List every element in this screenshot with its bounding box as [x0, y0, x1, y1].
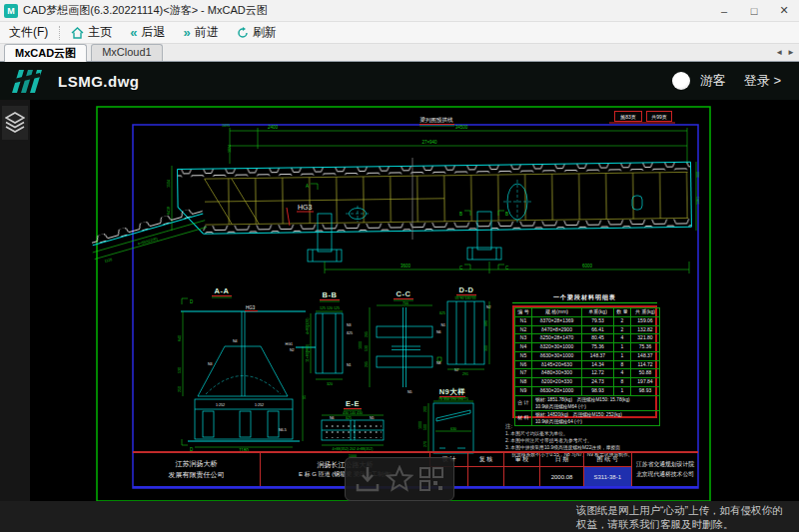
- svg-text:A: A: [306, 184, 309, 189]
- svg-text:291: 291: [462, 372, 468, 376]
- svg-text:95: 95: [303, 395, 307, 399]
- qrcode-button[interactable]: [418, 466, 444, 492]
- svg-text:N6: N6: [330, 416, 335, 420]
- table-row: N2δ470×8×290066.412132.82: [515, 325, 660, 334]
- section-ee: E-E 430 140 430 N6 δ25 N5 4×88(352) 202 …: [322, 399, 384, 458]
- detail-n9: N9大样 75 350 190 190 75 630 200 500 270 1…: [418, 387, 473, 453]
- refresh-label: 刷新: [253, 24, 277, 41]
- note-item: 1. 本图尺寸均以毫米为单位。: [505, 431, 690, 438]
- materials-table-title: 一个梁段材料明细表: [512, 293, 657, 303]
- svg-text:1000: 1000: [359, 341, 363, 349]
- svg-text:A-A: A-A: [215, 286, 230, 295]
- app-header: LSMG.dwg 游客 登录 >: [0, 62, 799, 100]
- svg-text:N6-5: N6-5: [279, 428, 287, 432]
- section-cc: C-C 700 295 530 295 1000 N6 N8 N5: [359, 289, 441, 394]
- svg-text:N6: N6: [436, 330, 441, 334]
- svg-text:1695: 1695: [222, 124, 230, 128]
- svg-text:δ25: δ25: [347, 331, 353, 335]
- taper-end-piece: 4×550(2200) 1128: [89, 206, 209, 266]
- svg-text:梁列图预拱线: 梁列图预拱线: [420, 116, 454, 124]
- svg-text:N2: N2: [290, 348, 295, 352]
- app-icon: M: [4, 4, 18, 18]
- svg-text:δ25: δ25: [346, 416, 352, 420]
- svg-text:E-E: E-E: [346, 399, 360, 408]
- svg-text:B: B: [459, 212, 462, 217]
- svg-text:N3: N3: [347, 323, 352, 327]
- home-icon: [71, 27, 84, 39]
- girder-top-dimensions: 1695 2400 34500 27×940 1024: [222, 124, 687, 164]
- svg-text:27×940: 27×940: [421, 140, 437, 145]
- svg-text:4×88(352) 202 4×88(352): 4×88(352) 202 4×88(352): [333, 447, 374, 451]
- svg-text:HG3: HG3: [246, 305, 256, 310]
- tab-scroll-left[interactable]: ◄: [775, 48, 783, 57]
- table-row: N3δ250×28×147080.454321.80: [515, 334, 660, 343]
- table-row: N6δ145×20×63014.348114.72: [515, 360, 660, 369]
- login-link[interactable]: 登录 >: [744, 72, 781, 90]
- footer-strip: 该图纸是网上用户“心动”上传，如有侵权你的 权益，请联系我们客服及时删除。: [0, 501, 799, 532]
- titleblock-owner: 江苏润扬大桥 发展有限责任公司: [133, 453, 261, 486]
- window-title: CAD梦想画图(6.3.20221114)<游客> - MxCAD云图: [23, 3, 268, 18]
- titleblock-date: 2000.08: [540, 467, 584, 486]
- svg-text:320: 320: [327, 382, 333, 386]
- svg-text:34500: 34500: [455, 125, 468, 130]
- svg-text:11×80(880): 11×80(880): [306, 344, 310, 362]
- file-menu[interactable]: 文件(F): [0, 22, 57, 44]
- svg-text:1504: 1504: [167, 180, 171, 188]
- svg-text:B: B: [505, 212, 508, 217]
- svg-text:HG1: HG1: [286, 342, 293, 346]
- svg-text:1:252: 1:252: [255, 403, 264, 407]
- svg-text:N4: N4: [233, 339, 238, 343]
- table-footer-row: 合 计钢材: 1851.78(kg) 高强螺栓M150: 15.78(kg)10…: [515, 395, 660, 410]
- svg-text:2400: 2400: [268, 125, 279, 130]
- close-button[interactable]: ✕: [769, 0, 799, 22]
- refresh-button[interactable]: 刷新: [228, 22, 286, 44]
- tab-mxcad-cloud[interactable]: MxCAD云图: [4, 44, 87, 62]
- home-button[interactable]: 主页: [62, 22, 121, 44]
- mxcad-logo: [8, 65, 48, 97]
- canvas-area: 梁列图预拱线 1695 2400 34500 27×940 1024: [0, 100, 799, 532]
- mxcad-window: M CAD梦想画图(6.3.20221114)<游客> - MxCAD云图 – …: [0, 0, 799, 532]
- svg-text:HG3: HG3: [298, 204, 313, 211]
- table-row: N9δ630×20×100098.93198.93: [515, 386, 660, 395]
- svg-text:N3: N3: [208, 362, 213, 366]
- copyright-notice: 该图纸是网上用户“心动”上传，如有侵权你的 权益，请联系我们客服及时删除。: [576, 504, 794, 531]
- table-row: N4δ320×30×100075.36175.36: [515, 343, 660, 352]
- section-bb: B-B 125 120 125 HG1 4×80(320) 11×80(880)…: [286, 290, 353, 386]
- svg-text:300: 300: [696, 172, 700, 178]
- drawing-filename: LSMG.dwg: [58, 73, 140, 90]
- download-button[interactable]: [355, 465, 381, 493]
- camber-label: 梁列图预拱线: [419, 116, 454, 126]
- forward-label: 前进: [195, 24, 219, 41]
- tab-scroll-right[interactable]: ►: [787, 48, 795, 57]
- svg-text:N8: N8: [436, 361, 441, 365]
- svg-text:D-D: D-D: [459, 285, 474, 294]
- maximize-button[interactable]: □: [739, 0, 769, 22]
- forward-button[interactable]: » 前进: [175, 22, 228, 44]
- svg-text:640: 640: [178, 335, 182, 341]
- svg-text:4×550(2200): 4×550(2200): [137, 237, 158, 246]
- svg-text:270: 270: [423, 441, 427, 447]
- minimize-button[interactable]: –: [709, 0, 739, 22]
- svg-text:250: 250: [178, 386, 182, 392]
- user-avatar[interactable]: [672, 72, 690, 90]
- svg-text:4×80(320): 4×80(320): [306, 318, 310, 334]
- svg-text:C-C: C-C: [397, 289, 411, 298]
- svg-text:530: 530: [178, 367, 182, 373]
- svg-text:N1: N1: [347, 363, 352, 367]
- svg-text:1000: 1000: [418, 421, 422, 429]
- table-row: N1δ370×28×136979.532159.06: [515, 316, 660, 325]
- svg-text:N5: N5: [407, 390, 412, 394]
- svg-text:N2: N2: [486, 305, 491, 309]
- titleblock-designer: 江苏省交通规划设计院 北京现代通桥技术公司: [632, 453, 698, 486]
- title-bar: M CAD梦想画图(6.3.20221114)<游客> - MxCAD云图 – …: [0, 0, 799, 22]
- menu-separator: [59, 26, 60, 40]
- favorite-button[interactable]: [386, 465, 413, 493]
- back-button[interactable]: « 后退: [121, 22, 174, 44]
- svg-text:N5: N5: [370, 416, 375, 420]
- svg-text:1361: 1361: [696, 197, 700, 205]
- svg-text:δ25: δ25: [439, 311, 445, 315]
- sheet-ref-1: 施83页: [614, 111, 642, 122]
- file-menu-label: 文件(F): [9, 24, 48, 41]
- tab-mxcloud1[interactable]: MxCloud1: [91, 44, 163, 61]
- svg-text:6000: 6000: [582, 264, 593, 268]
